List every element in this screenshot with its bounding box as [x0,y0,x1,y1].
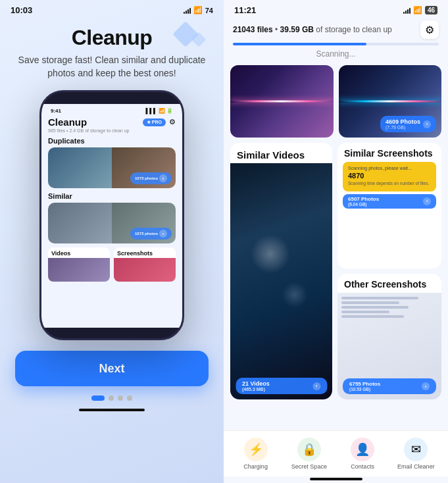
video-streaks [230,163,332,399]
other-ss-lines [337,293,441,324]
phone-bottom-row: Videos Screenshots [48,247,176,282]
sim-photo-1 [48,203,112,243]
page-dots [91,395,132,401]
right-status-bar: 11:21 📶 46 [224,0,448,18]
dot-4[interactable] [127,395,132,401]
duplicates-card[interactable]: 1073 photos › [48,147,176,188]
videos-badge-main: 21 Videos [242,380,270,387]
duplicates-photos: 1073 photos › [48,147,176,188]
ss-time-note: Scanning time depends on number of files… [348,181,431,186]
phone-screen: 9:41 ▌▌▌ 📶 🔋 Cleanup ★ PRO ⚙ 985 files •… [41,104,182,328]
contacts-icon: 👤 [351,438,374,461]
settings-gear-icon[interactable]: ⚙ [420,20,439,39]
email-cleaner-icon: ✉ [404,438,428,461]
nav-secret-space[interactable]: 🔒 Secret Space [282,438,336,470]
ss-badge-main: 6507 Photos [348,196,379,202]
screenshots-mini-card[interactable]: Screenshots [114,247,176,282]
videos-photo [48,258,110,282]
other-badge-sub: (10.53 GB) [349,387,380,392]
files-info: 21043 files • 39.59 GB of storage to cle… [233,25,392,34]
wifi-icon: 📶 [193,6,203,14]
ss-scanning-box: Scanning photos, please wait... 4870 Sca… [343,162,436,191]
similar-card[interactable]: 1073 photos › [48,203,176,243]
other-ss-badge: 6755 Photos (10.53 GB) › [343,378,436,394]
dot-3[interactable] [118,395,123,401]
ss-badge-arrow: › [423,197,431,205]
similar-screenshots-card[interactable]: Similar Screenshots Scanning photos, ple… [337,143,441,268]
photo-card-1[interactable] [230,65,334,138]
bottom-nav: ⚡ Charging 🔒 Secret Space 👤 Contacts ✉ E… [224,430,448,476]
left-status-bar: 10:03 📶 74 [0,0,224,18]
photo-badge-arrow: › [423,120,431,128]
phone-time: 9:41 [51,108,61,114]
email-cleaner-label: Email Cleaner [397,463,435,470]
contacts-label: Contacts [351,463,374,470]
secret-space-label: Secret Space [291,463,327,470]
dup-arrow: › [159,174,167,182]
similar-videos-title: Similar Videos [230,143,332,163]
charging-icon: ⚡ [244,438,268,461]
right-time: 11:21 [234,5,256,15]
top-photos-row: 4609 Photos (7.79 GB) › [230,65,441,138]
right-status-icons: 📶 46 [403,6,437,14]
right-signal-icon [403,7,411,14]
settings-row: 21043 files • 39.59 GB of storage to cle… [233,20,439,39]
phone-status-icons: ▌▌▌ 📶 🔋 [146,108,173,114]
dup-photo-1 [48,147,112,188]
similar-videos-card[interactable]: Similar Videos 21 Videos (465.3 MB) › [230,143,332,399]
streak-2 [282,282,308,308]
left-panel: 10:03 📶 74 Cleanup Save storage fast! Cl… [0,0,224,483]
battery-icon: 74 [205,7,213,14]
dot-2[interactable] [109,395,114,401]
right-battery-icon: 46 [425,6,437,14]
videos-mini-card[interactable]: Videos [48,247,110,282]
left-time: 10:03 [11,5,32,15]
duplicates-label: Duplicates [48,137,176,145]
phone-app-title: Cleanup [48,116,87,128]
progress-bar-fill [233,43,366,45]
screenshots-label: Screenshots [114,247,176,258]
phone-subtitle: 985 files • 2.4 GB of storage to clean u… [48,128,176,133]
right-top-bar: 21043 files • 39.59 GB of storage to cle… [224,18,448,65]
screenshots-photo [114,258,176,282]
videos-label: Videos [48,247,110,258]
signal-icon [184,7,191,14]
ss-badge-wrap: 6507 Photos (6.04 GB) › [337,194,441,213]
similar-label: Similar [48,192,176,200]
ss-scanning-text: Scanning photos, please wait... [348,166,431,170]
progress-bar [233,43,439,45]
phone-header: Cleanup ★ PRO ⚙ [48,116,176,128]
photo-badge: 4609 Photos (7.79 GB) › [380,116,436,132]
video-preview: 21 Videos (465.3 MB) › [230,163,332,399]
left-status-icons: 📶 74 [184,6,213,14]
scanning-text: Scanning... [233,49,439,59]
similar-photos: 1073 photos › [48,203,176,243]
home-bar [79,409,145,411]
nav-charging[interactable]: ⚡ Charging [229,438,282,470]
other-badge-main: 6755 Photos [349,381,380,387]
nav-contacts[interactable]: 👤 Contacts [336,438,389,470]
nav-email-cleaner[interactable]: ✉ Email Cleaner [389,438,443,470]
phone-status-bar: 9:41 ▌▌▌ 📶 🔋 [48,107,176,115]
line-1 [341,297,418,299]
line-4 [341,311,389,313]
ss-count: 4870 [348,172,431,180]
phone-gear-icon[interactable]: ⚙ [169,118,176,126]
other-screenshots-card[interactable]: Other Screenshots 6755 Photos [337,274,441,399]
video-badge-arrow: › [312,382,320,390]
photo-badge-sub: (7.79 GB) [386,125,420,130]
files-count: 21043 files [233,25,273,34]
bottom-cards-row: Similar Videos 21 Videos (465.3 MB) › [230,143,441,399]
secret-space-icon: 🔒 [297,438,321,461]
right-home-bar [310,478,362,480]
dot-1[interactable] [91,395,105,401]
ss-badge: 6507 Photos (6.04 GB) › [343,194,436,209]
photo-bg-1 [230,65,334,138]
next-button[interactable]: Next [15,351,209,386]
app-subtitle: Save storage fast! Clean similar and dup… [16,54,208,80]
files-suffix: of storage to clean up [316,25,391,34]
videos-badge-sub: (465.3 MB) [242,387,270,392]
photo-card-2[interactable]: 4609 Photos (7.79 GB) › [339,65,442,138]
right-wifi-icon: 📶 [413,6,422,14]
streak-1 [251,234,290,274]
